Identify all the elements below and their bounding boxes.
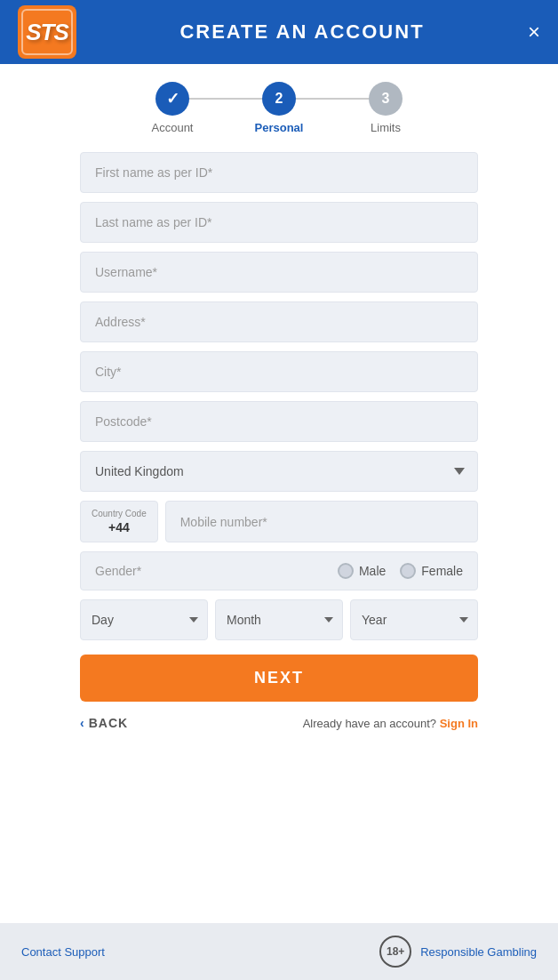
- step-personal-number: 2: [275, 91, 283, 107]
- day-select[interactable]: Day: [80, 599, 208, 640]
- step-limits-label: Limits: [371, 121, 401, 134]
- year-select[interactable]: Year: [350, 599, 478, 640]
- postcode-input[interactable]: [80, 401, 478, 442]
- header: STS CREATE AN ACCOUNT ×: [0, 0, 558, 64]
- username-input[interactable]: [80, 252, 478, 293]
- back-arrow-icon: ‹: [80, 716, 85, 730]
- step-account-check: ✓: [166, 89, 179, 108]
- responsible-gambling-link[interactable]: Responsible Gambling: [420, 945, 537, 959]
- sign-in-link[interactable]: Sign In: [440, 717, 478, 730]
- age-badge: 18+: [379, 936, 411, 968]
- app-container: STS CREATE AN ACCOUNT × ✓ Account 2 Pers…: [0, 0, 558, 980]
- step-account: ✓ Account: [119, 82, 226, 134]
- header-title: CREATE AN ACCOUNT: [76, 20, 528, 44]
- phone-row: Country Code +44: [80, 501, 478, 542]
- stepper: ✓ Account 2 Personal 3 Limits: [0, 64, 558, 143]
- close-button[interactable]: ×: [528, 21, 540, 43]
- footer: Contact Support 18+ Responsible Gambling: [0, 923, 558, 980]
- signin-text: Already have an account? Sign In: [303, 717, 478, 730]
- bottom-nav: ‹ BACK Already have an account? Sign In: [80, 716, 478, 748]
- step-personal-circle: 2: [262, 82, 296, 116]
- form-area: United Kingdom Country Code +44 Gender* …: [0, 143, 558, 923]
- gender-row: Gender* Male Female: [80, 551, 478, 590]
- step-account-label: Account: [152, 121, 194, 134]
- gender-female-radio[interactable]: [400, 563, 416, 579]
- back-label: BACK: [89, 716, 128, 730]
- mobile-number-input[interactable]: [165, 501, 478, 542]
- country-code-box[interactable]: Country Code +44: [80, 501, 158, 542]
- step-limits: 3 Limits: [332, 82, 439, 134]
- country-code-label: Country Code: [92, 509, 147, 518]
- step-account-circle: ✓: [155, 82, 189, 116]
- gender-female-label: Female: [421, 564, 463, 578]
- footer-right: 18+ Responsible Gambling: [379, 936, 537, 968]
- step-personal-label: Personal: [255, 121, 304, 134]
- next-button[interactable]: NEXT: [80, 655, 478, 702]
- back-link[interactable]: ‹ BACK: [80, 716, 128, 730]
- gender-male-option[interactable]: Male: [338, 563, 386, 579]
- date-row: Day Month Year: [80, 599, 478, 640]
- gender-male-radio[interactable]: [338, 563, 354, 579]
- last-name-input[interactable]: [80, 202, 478, 243]
- first-name-input[interactable]: [80, 152, 478, 193]
- gender-female-option[interactable]: Female: [400, 563, 463, 579]
- step-limits-number: 3: [382, 91, 390, 107]
- gender-label: Gender*: [95, 564, 338, 578]
- country-select[interactable]: United Kingdom: [80, 451, 478, 492]
- address-input[interactable]: [80, 301, 478, 342]
- step-limits-circle: 3: [369, 82, 403, 116]
- gender-male-label: Male: [359, 564, 386, 578]
- step-personal: 2 Personal: [226, 82, 332, 134]
- logo-inner: [21, 9, 73, 55]
- contact-support-link[interactable]: Contact Support: [21, 945, 105, 959]
- country-code-value: +44: [108, 520, 130, 534]
- month-select[interactable]: Month: [215, 599, 343, 640]
- gender-radio-group: Male Female: [338, 563, 463, 579]
- logo: STS: [18, 5, 76, 59]
- city-input[interactable]: [80, 351, 478, 392]
- already-account-text: Already have an account?: [303, 717, 436, 730]
